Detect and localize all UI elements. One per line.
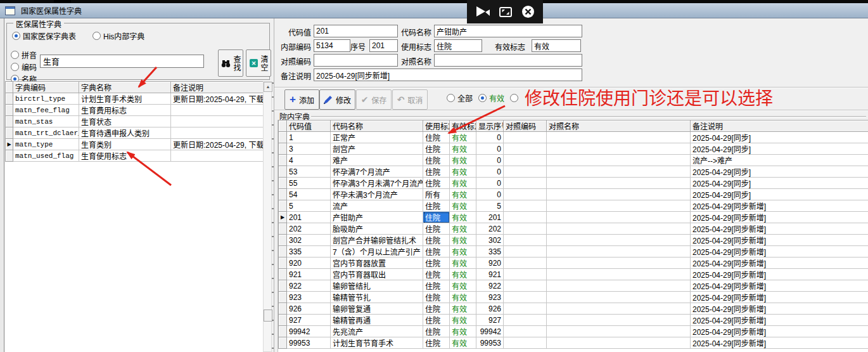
row-header[interactable] [279,257,287,269]
use-flag-cell[interactable]: 住院 [423,155,450,166]
map-code-cell[interactable] [504,235,547,246]
remark-cell[interactable]: 流产-->难产 [691,155,868,166]
code-name-field[interactable] [434,25,582,37]
valid-flag-cell[interactable]: 有效 [450,178,476,189]
map-name-cell[interactable] [547,200,691,212]
valid-flag-cell[interactable]: 有效 [450,246,476,257]
row-header[interactable] [279,280,287,292]
dict-name-cell[interactable]: 生育状态 [79,116,171,127]
column-header[interactable]: 有效标志 [450,121,476,132]
map-code-cell[interactable] [504,326,547,337]
find-button[interactable]: 查找 [218,49,243,77]
use-flag-cell[interactable]: 住院 [423,143,450,155]
dict-row[interactable]: matn_trt_dclaer_ty生育待遇申报人类别 [6,127,264,139]
current-row-marker[interactable]: ▶ [6,139,13,150]
map-code-cell[interactable] [504,132,547,143]
grid-row[interactable]: 99942先兆流产住院有效999422025-04-29[同步新增] [279,326,868,337]
valid-flag-cell[interactable]: 有效 [450,223,476,235]
radio-search-拼音[interactable]: 拼音 [11,49,37,60]
use-flag-cell[interactable]: 住院 [423,280,450,292]
remark-field[interactable] [314,68,582,81]
display-seq-cell[interactable]: 926 [476,303,504,315]
dict-name-cell[interactable]: 生育类别 [79,139,171,150]
code-name-cell[interactable]: 宫内节育器取出 [331,269,423,280]
code-name-cell[interactable]: 怀孕满3个月未满7个月流产 [331,178,423,189]
map-name-cell[interactable] [547,326,691,337]
map-name-cell[interactable] [547,132,691,143]
dict-code-cell[interactable]: matn_type [13,139,79,150]
map-name-cell[interactable] [547,178,691,189]
dict-code-cell[interactable]: matn_trt_dclaer_ty [13,127,79,139]
remark-cell[interactable]: 2025-04-29[同步新增] [691,212,868,223]
dictionary-table[interactable]: 字典编码 字典名称 备注说明 birctrl_type计划生育手术类别更新日期:… [5,81,264,162]
code-value-cell[interactable]: 1 [287,132,331,143]
valid-flag-cell[interactable]: 有效 [450,315,476,326]
code-value-cell[interactable]: 99942 [287,326,331,337]
remark-cell[interactable]: 2025-04-29[同步] [691,166,868,178]
use-flag-cell[interactable]: 住院 [423,178,450,189]
map-name-cell[interactable] [547,166,691,178]
grid-row[interactable]: 922输卵管结扎住院有效9222025-04-29[同步新增] [279,280,868,292]
valid-flag-cell[interactable]: 有效 [450,200,476,212]
radio-filter-有效[interactable]: 有效 [478,93,504,103]
map-code-cell[interactable] [504,155,547,166]
dictionary-table-scrollbar[interactable]: ▲ [263,81,272,352]
grid-row[interactable]: 926输卵管复通住院有效9262025-04-29[同步新增] [279,303,868,315]
row-header[interactable] [279,223,287,235]
use-flag-cell[interactable]: 住院 [423,132,450,143]
display-seq-cell[interactable]: 927 [476,315,504,326]
row-header[interactable] [279,200,287,212]
use-flag-cell[interactable]: 住院 [423,257,450,269]
valid-flag-cell[interactable]: 有效 [450,326,476,337]
valid-flag-cell[interactable]: 有效 [450,257,476,269]
dict-name-cell[interactable]: 计划生育手术类别 [79,93,171,105]
display-seq-cell[interactable]: 923 [476,292,504,303]
code-name-cell[interactable]: 正常产 [331,132,423,143]
code-name-cell[interactable]: 7（含）个月以上流产引产 [331,246,423,257]
map-name-cell[interactable] [547,212,691,223]
grid-row[interactable]: 99953计划生育节育手术住院有效999532025-04-29[同步新增] [279,337,868,349]
map-name-cell[interactable] [547,257,691,269]
fullscreen-icon[interactable] [498,5,513,19]
remark-cell[interactable]: 2025-04-29[同步新增] [691,303,868,315]
map-name-cell[interactable] [547,269,691,280]
dict-name-cell[interactable]: 生育待遇申报人类别 [79,127,171,139]
valid-flag-cell[interactable]: 有效 [450,155,476,166]
map-name-field[interactable] [434,54,582,67]
map-name-cell[interactable] [547,337,691,349]
use-flag-cell[interactable]: 住院 [423,200,450,212]
column-header[interactable]: 使用标志 [423,121,450,132]
hospital-dict-table[interactable]: 代码值 代码名称 使用标志 有效标志 显示序号 对照编码 对照名称 备注说明 1… [278,120,868,349]
use-flag-cell[interactable]: 住院 [423,269,450,280]
valid-flag-cell[interactable]: 有效 [450,189,476,200]
use-flag-cell[interactable]: 住院 [423,166,450,178]
remark-cell[interactable]: 2025-04-29[同步] [691,178,868,189]
dict-code-cell[interactable]: matn_stas [13,116,79,127]
code-name-cell[interactable]: 剖宫产 [331,143,423,155]
grid-row[interactable]: 927输精管再通住院有效9272025-04-29[同步新增] [279,315,868,326]
map-code-cell[interactable] [504,189,547,200]
remark-cell[interactable]: 2025-04-29[同步新增] [691,200,868,212]
display-seq-cell[interactable]: 0 [476,143,504,155]
grid-row[interactable]: 5流产住院有效52025-04-29[同步新增] [279,200,868,212]
code-value-field[interactable] [314,25,398,37]
grid-row[interactable]: 54怀孕未满3个月流产所有有效02025-04-29[同步] [279,189,868,200]
display-seq-cell[interactable]: 99953 [476,337,504,349]
grid-row[interactable]: 3剖宫产住院有效02025-04-29[同步] [279,143,868,155]
display-seq-cell[interactable]: 201 [476,212,504,223]
column-header[interactable]: 字典编码 [13,82,79,93]
column-header[interactable]: 代码名称 [331,121,423,132]
modify-button[interactable]: 修改 [319,89,355,110]
current-row-marker[interactable]: ▶ [279,212,287,223]
grid-row[interactable]: 1正常产住院有效02025-04-29[同步] [279,132,868,143]
map-code-cell[interactable] [504,178,547,189]
search-input[interactable] [40,55,204,68]
row-header[interactable] [279,189,287,200]
use-flag-cell[interactable]: 所有 [423,189,450,200]
grid-row[interactable]: 55怀孕满3个月未满7个月流产住院有效02025-04-29[同步] [279,178,868,189]
add-button[interactable]: + 添加 [284,89,319,110]
dict-remark-cell[interactable]: 更新日期:2025-04-29, 下载总 [171,139,264,150]
row-header[interactable] [279,246,287,257]
grid-row[interactable]: 202胎吸助产住院有效2022025-04-29[同步新增] [279,223,868,235]
valid-flag-cell[interactable]: 有效 [450,143,476,155]
